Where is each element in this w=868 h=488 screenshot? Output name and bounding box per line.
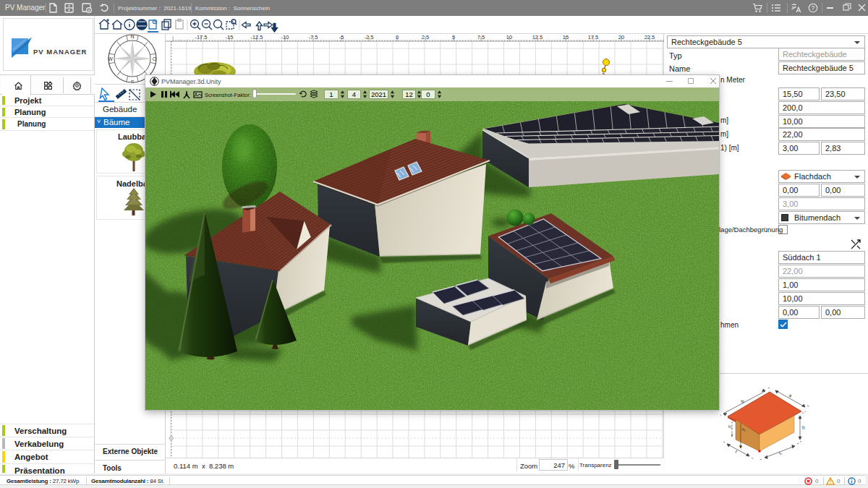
svg-text:?: ?: [812, 4, 815, 12]
svg-text:-17.5: -17.5: [195, 34, 207, 40]
svg-text:2.5: 2.5: [422, 34, 429, 40]
svg-text:b: b: [740, 398, 745, 404]
svg-text:7.5: 7.5: [477, 34, 485, 40]
svg-text:S: S: [131, 80, 135, 84]
svg-text:22.5: 22.5: [644, 34, 655, 40]
svg-text:h: h: [802, 425, 805, 430]
svg-text:10: 10: [506, 34, 512, 40]
svg-text:t: t: [735, 449, 739, 454]
svg-text:N: N: [130, 34, 134, 39]
svg-text:W: W: [108, 56, 113, 61]
svg-text:12.5: 12.5: [532, 34, 543, 40]
svg-text:20: 20: [618, 34, 624, 40]
svg-text:-12.5: -12.5: [250, 34, 263, 40]
svg-text:O: O: [153, 56, 157, 61]
svg-text:15: 15: [563, 34, 569, 40]
svg-text:h₁: h₁: [742, 427, 746, 432]
svg-text:-2.5: -2.5: [365, 34, 374, 40]
svg-text:L: L: [778, 450, 783, 455]
svg-text:a: a: [788, 393, 793, 398]
svg-text:-5: -5: [339, 34, 344, 40]
svg-text:-10: -10: [281, 34, 289, 40]
svg-text:0: 0: [396, 34, 399, 40]
svg-text:h₂: h₂: [728, 424, 732, 429]
svg-text:-7.5: -7.5: [309, 34, 318, 40]
svg-text:17.5: 17.5: [588, 34, 599, 40]
svg-text:-15: -15: [226, 34, 234, 40]
svg-text:5: 5: [452, 34, 455, 40]
